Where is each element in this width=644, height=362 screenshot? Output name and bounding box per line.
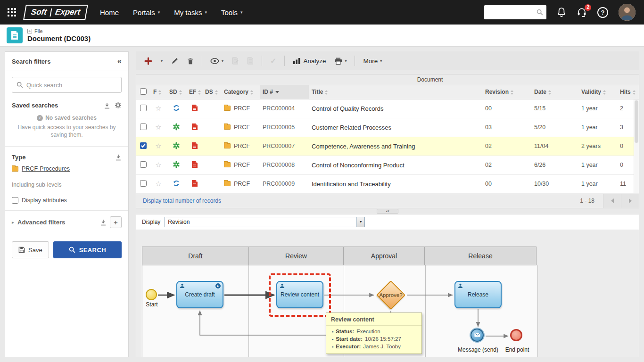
table-row[interactable]: ☆ PRCF PRC000004 Control of Quality Reco… bbox=[136, 99, 639, 118]
user-avatar[interactable] bbox=[619, 4, 636, 21]
save-search-button[interactable]: Save bbox=[12, 241, 49, 258]
col-header-revision[interactable]: Revision bbox=[482, 85, 531, 99]
row-checkbox[interactable] bbox=[140, 105, 147, 111]
table-row[interactable]: ☆ PRCF PRC000007 Competence, Awareness a… bbox=[136, 137, 639, 156]
pdf-icon[interactable] bbox=[191, 182, 198, 189]
col-header-validity[interactable]: Validity bbox=[578, 85, 617, 99]
saved-searches-title: Saved searches bbox=[12, 102, 99, 109]
end-event-node[interactable] bbox=[510, 329, 522, 341]
lane-headers: Draft Review Approval Release bbox=[142, 247, 537, 265]
gear-icon[interactable] bbox=[115, 102, 122, 109]
floppy-icon bbox=[18, 247, 25, 253]
table-header-row: F SD EF DS Category ID # Title Revision … bbox=[136, 85, 639, 99]
col-header-ef[interactable]: EF bbox=[186, 85, 202, 99]
row-checkbox[interactable] bbox=[140, 142, 147, 149]
favorite-star-icon[interactable]: ☆ bbox=[155, 104, 161, 112]
display-attributes-checkbox[interactable] bbox=[12, 197, 18, 204]
global-search-input[interactable] bbox=[487, 9, 537, 16]
type-link-prcf[interactable]: PRCF-Procedures bbox=[22, 165, 70, 172]
task-create-draft[interactable]: ▸ Create draft bbox=[176, 281, 223, 308]
col-header-date[interactable]: Date bbox=[531, 85, 578, 99]
nav-portals[interactable]: Portals▾ bbox=[133, 8, 160, 16]
col-header-id[interactable]: ID # bbox=[260, 85, 309, 99]
task-release[interactable]: Release bbox=[454, 281, 502, 308]
message-event-node[interactable] bbox=[471, 329, 484, 342]
display-select[interactable]: Revision ▾ bbox=[165, 217, 365, 227]
col-header-ds[interactable]: DS bbox=[202, 85, 221, 99]
search-filters-panel: Search filters « Saved searches iNo save… bbox=[5, 51, 129, 357]
cell-id: PRC000004 bbox=[260, 99, 309, 118]
sort-icon bbox=[511, 90, 513, 95]
cell-validity: 1 year bbox=[578, 99, 617, 118]
cell-revision: 00 bbox=[482, 99, 531, 118]
sidebar-title: Search filters bbox=[12, 58, 117, 65]
favorite-star-icon[interactable]: ☆ bbox=[155, 123, 161, 131]
process-status-icon bbox=[173, 125, 180, 132]
chevron-down-icon: ▾ bbox=[345, 59, 347, 63]
search-button[interactable]: SEARCH bbox=[53, 241, 122, 258]
row-checkbox[interactable] bbox=[140, 123, 147, 130]
col-header-title[interactable]: Title bbox=[309, 85, 482, 99]
quick-search-input[interactable] bbox=[26, 82, 117, 89]
collapse-panel-icon[interactable]: « bbox=[117, 58, 122, 65]
gateway-approve[interactable]: Approve? bbox=[376, 280, 406, 310]
pdf-icon[interactable] bbox=[191, 163, 198, 170]
prev-page-button[interactable] bbox=[603, 194, 621, 208]
task-label: Review content bbox=[281, 291, 319, 298]
help-icon[interactable]: ? bbox=[597, 7, 608, 18]
table-row[interactable]: ☆ PRCF PRC000009 Identification and Trac… bbox=[136, 174, 639, 193]
more-button[interactable]: More▾ bbox=[360, 55, 385, 67]
task-review-content[interactable]: Review content bbox=[276, 281, 323, 308]
view-button[interactable]: ▾ bbox=[207, 56, 226, 66]
gateway-label: Approve? bbox=[376, 280, 406, 310]
col-header-sd[interactable]: SD bbox=[166, 85, 186, 99]
add-button[interactable] bbox=[141, 55, 155, 67]
lane-header-approval: Approval bbox=[343, 247, 425, 265]
cell-file bbox=[186, 99, 202, 118]
pdf-icon[interactable] bbox=[191, 144, 198, 151]
scrollbar-thumb[interactable] bbox=[635, 100, 638, 143]
chevron-down-icon: ▾ bbox=[222, 59, 223, 63]
export-icon[interactable] bbox=[104, 102, 110, 109]
cell-id: PRC000007 bbox=[260, 137, 309, 156]
support-headset-icon[interactable]: 2 bbox=[577, 7, 587, 17]
display-attributes-label: Display attributes bbox=[22, 197, 67, 204]
nav-home[interactable]: Home bbox=[100, 8, 119, 16]
add-dropdown-caret[interactable]: ▾ bbox=[158, 57, 165, 66]
advanced-filters-toggle[interactable]: Advanced filters bbox=[17, 219, 97, 226]
delete-button[interactable] bbox=[184, 55, 197, 67]
col-header-category[interactable]: Category bbox=[221, 85, 260, 99]
pdf-icon[interactable] bbox=[191, 107, 198, 113]
select-all-checkbox[interactable] bbox=[140, 88, 147, 95]
export-icon[interactable] bbox=[100, 219, 107, 226]
analyze-button[interactable]: Analyze bbox=[290, 55, 329, 67]
favorite-star-icon[interactable]: ☆ bbox=[155, 161, 161, 169]
add-filter-button[interactable]: + bbox=[110, 216, 122, 228]
task-label: Create draft bbox=[185, 291, 215, 298]
cell-validity: 1 year bbox=[578, 174, 617, 193]
col-header-favorite[interactable]: F bbox=[150, 85, 166, 99]
next-page-button[interactable] bbox=[621, 194, 639, 208]
table-row[interactable]: ☆ PRCF PRC000008 Control of Nonconformin… bbox=[136, 156, 639, 174]
col-header-hits[interactable]: Hits bbox=[617, 85, 639, 99]
pdf-icon[interactable] bbox=[191, 125, 198, 132]
nav-my-tasks[interactable]: My tasks▾ bbox=[174, 8, 207, 16]
apps-grid-icon[interactable] bbox=[8, 8, 16, 16]
export-icon[interactable] bbox=[115, 154, 122, 161]
row-checkbox[interactable] bbox=[140, 161, 147, 168]
total-records-link[interactable]: Display total number of records bbox=[143, 197, 221, 204]
table-row[interactable]: ☆ PRCF PRC000005 Customer Related Proces… bbox=[136, 118, 639, 137]
favorite-star-icon[interactable]: ☆ bbox=[155, 142, 161, 150]
nav-tools[interactable]: Tools▾ bbox=[221, 8, 243, 16]
favorite-star-icon[interactable]: ☆ bbox=[155, 180, 161, 188]
cell-id: PRC000009 bbox=[260, 174, 309, 193]
notifications-bell-icon[interactable] bbox=[557, 7, 566, 17]
sub-levels-label: Including sub-levels bbox=[12, 181, 122, 188]
row-checkbox[interactable] bbox=[140, 180, 147, 187]
breadcrumb[interactable]: File bbox=[27, 28, 91, 34]
start-event-node[interactable] bbox=[146, 289, 157, 300]
edit-button[interactable] bbox=[168, 55, 182, 67]
splitter-handle[interactable]: ▴▾ bbox=[377, 209, 398, 214]
print-button[interactable]: ▾ bbox=[331, 55, 349, 67]
table-scrollbar[interactable] bbox=[634, 99, 639, 193]
